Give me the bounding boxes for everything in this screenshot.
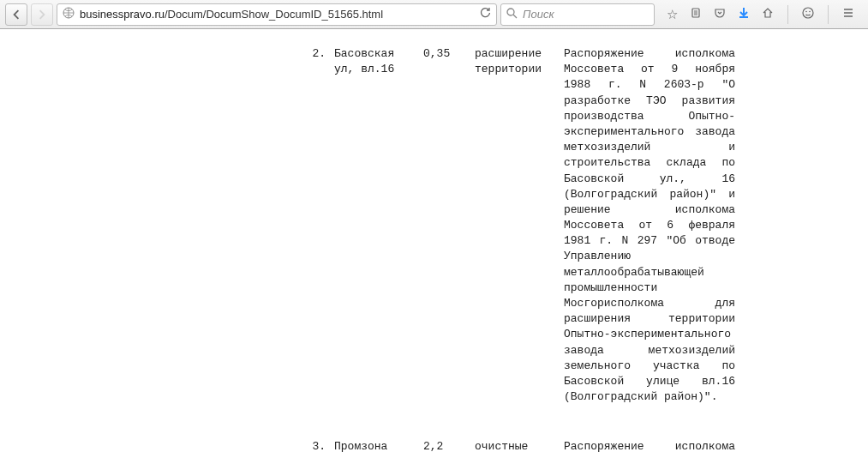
download-icon[interactable] <box>738 7 750 21</box>
browser-toolbar: businesspravo.ru/Docum/DocumShow_DocumID… <box>0 0 868 29</box>
reload-icon[interactable] <box>479 7 491 21</box>
menu-icon[interactable] <box>842 7 854 21</box>
svg-point-10 <box>809 11 811 13</box>
svg-point-9 <box>805 11 807 13</box>
row-note: Распоряжение исполкома Моссовета от 1 се… <box>564 439 735 452</box>
row-purpose: расширение территории <box>475 46 552 405</box>
svg-point-8 <box>803 8 813 18</box>
forward-button[interactable] <box>31 3 53 26</box>
separator <box>787 5 788 24</box>
pocket-icon[interactable] <box>714 7 726 21</box>
svg-line-2 <box>513 15 517 18</box>
toolbar-icons: ☆ <box>658 5 863 24</box>
url-bar[interactable]: businesspravo.ru/Docum/DocumShow_DocumID… <box>57 3 497 26</box>
row-note: Распоряжение исполкома Моссовета от 9 но… <box>564 46 735 405</box>
table-row: 2. Басовская ул, вл.16 0,35 расширение т… <box>0 46 868 405</box>
row-purpose: очистные сооружения <box>475 439 552 452</box>
globe-icon <box>63 7 75 21</box>
row-amount: 0,35 <box>423 46 466 405</box>
star-icon[interactable]: ☆ <box>667 7 678 22</box>
back-button[interactable] <box>5 3 27 26</box>
table-row: 3. Промзона "Южный порт" п.п.3900 2,2 оч… <box>0 439 868 452</box>
separator <box>828 5 829 24</box>
search-bar[interactable]: Поиск <box>500 3 655 26</box>
search-icon <box>506 8 518 21</box>
smiley-icon[interactable] <box>802 7 814 21</box>
row-amount: 2,2 <box>423 439 466 452</box>
row-number: 2. <box>300 46 326 405</box>
svg-point-1 <box>507 9 514 15</box>
clipboard-icon[interactable] <box>690 7 702 21</box>
row-address: Промзона "Южный порт" п.п.3900 <box>334 439 420 452</box>
search-placeholder: Поиск <box>523 8 554 21</box>
url-text: businesspravo.ru/Docum/DocumShow_DocumID… <box>80 8 474 21</box>
row-address: Басовская ул, вл.16 <box>334 46 420 405</box>
document-content: 2. Басовская ул, вл.16 0,35 расширение т… <box>0 29 868 452</box>
row-number: 3. <box>300 439 326 452</box>
home-icon[interactable] <box>762 7 774 21</box>
